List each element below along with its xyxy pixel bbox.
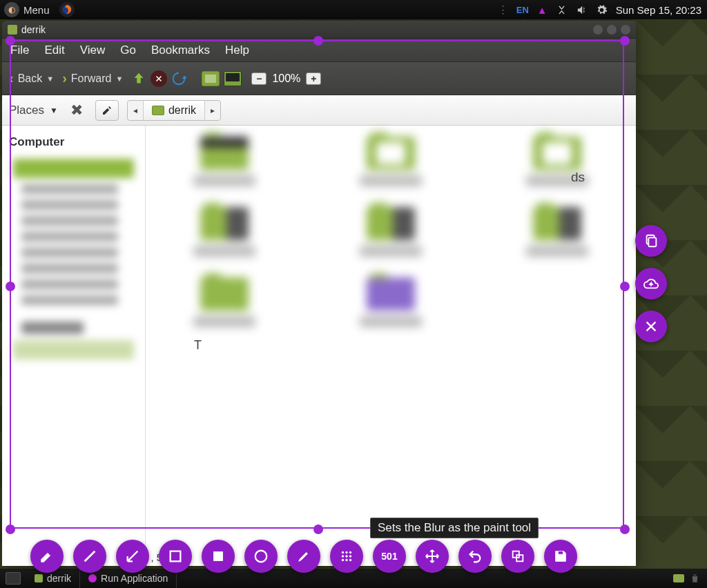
folder[interactable]	[494, 137, 619, 186]
home-button[interactable]	[202, 71, 220, 86]
sidebar-item[interactable]	[21, 232, 118, 242]
selection-copy-tool[interactable]	[501, 540, 534, 573]
trash-icon[interactable]	[690, 573, 700, 584]
sidebar-item[interactable]	[21, 184, 118, 194]
folder[interactable]	[162, 207, 287, 257]
sidebar-item[interactable]	[21, 248, 118, 257]
forward-dropdown-icon[interactable]: ▼	[116, 75, 124, 83]
system-tray: ⋮ EN ▲ Sun Sep 15, 20:23	[498, 3, 707, 16]
marker-tool[interactable]	[287, 540, 320, 573]
stop-icon[interactable]	[151, 70, 167, 87]
resize-handle-w[interactable]	[6, 282, 15, 291]
sidebar-item[interactable]	[21, 280, 118, 289]
top-panel: ◐ Menu ⋮ EN ▲ Sun Sep 15, 20:23	[0, 0, 707, 19]
places-dropdown-icon[interactable]: ▼	[50, 106, 58, 115]
folder[interactable]	[329, 277, 454, 327]
resize-handle-e[interactable]	[620, 282, 630, 291]
resize-handle-sw[interactable]	[6, 525, 15, 534]
minimize-button[interactable]	[593, 25, 603, 35]
menu-view[interactable]: View	[80, 43, 106, 57]
sidebar-heading-computer: Computer	[2, 131, 145, 153]
forward-button[interactable]: Forward	[71, 72, 112, 85]
copy-button[interactable]	[635, 225, 667, 257]
close-button[interactable]	[621, 25, 630, 35]
save-tool[interactable]	[544, 540, 577, 573]
counter-tool[interactable]: 501	[373, 540, 406, 573]
location-bar: Places ▼ ✖ ◂ derrik ▸	[2, 95, 636, 126]
menu-help[interactable]: Help	[225, 43, 249, 57]
cancel-button[interactable]	[635, 311, 667, 342]
computer-button[interactable]	[224, 71, 242, 86]
circle-tool[interactable]	[244, 540, 278, 573]
back-icon[interactable]: ‹	[9, 70, 14, 86]
zoom-in-button[interactable]: +	[306, 72, 321, 85]
blur-tool[interactable]	[330, 540, 363, 573]
sidebar-item[interactable]	[21, 200, 118, 210]
svg-rect-3	[171, 551, 181, 562]
zoom-level: 100%	[272, 72, 300, 85]
file-manager-window: derrik File Edit View Go Bookmarks Help …	[2, 21, 636, 566]
svg-point-9	[342, 556, 344, 558]
clock[interactable]: Sun Sep 15, 20:23	[616, 4, 701, 16]
maximize-button[interactable]	[607, 25, 617, 35]
back-button[interactable]: Back	[18, 72, 43, 85]
flameshot-tray-icon[interactable]: ▲	[537, 4, 548, 16]
close-panel-icon[interactable]: ✖	[70, 101, 83, 119]
svg-point-6	[342, 551, 344, 553]
tooltip: Sets the Blur as the paint tool	[370, 518, 539, 538]
menu-file[interactable]: File	[10, 43, 29, 57]
rect-fill-tool[interactable]	[202, 540, 235, 573]
lang-indicator[interactable]: EN	[516, 5, 529, 15]
edit-path-button[interactable]	[95, 100, 119, 121]
resize-handle-nw[interactable]	[6, 36, 15, 46]
tray-icon[interactable]	[673, 574, 684, 582]
svg-point-13	[346, 559, 348, 561]
rect-tool[interactable]	[159, 540, 192, 573]
resize-handle-s[interactable]	[313, 525, 323, 534]
sidebar-item[interactable]	[21, 295, 118, 305]
folder[interactable]	[162, 277, 287, 327]
folder[interactable]	[494, 207, 619, 257]
upload-button[interactable]	[635, 268, 667, 300]
resize-handle-ne[interactable]	[620, 36, 630, 46]
menu-go[interactable]: Go	[120, 43, 136, 57]
undo-tool[interactable]	[458, 540, 492, 573]
svg-point-14	[349, 559, 351, 561]
home-icon	[152, 106, 164, 115]
sidebar-item[interactable]	[21, 216, 118, 226]
distro-icon[interactable]: ◐	[4, 2, 19, 17]
forward-icon[interactable]: ›	[62, 70, 67, 86]
menu-edit[interactable]: Edit	[44, 43, 64, 57]
file-grid[interactable]: T ds	[146, 126, 636, 566]
menu-bookmarks[interactable]: Bookmarks	[151, 43, 210, 57]
settings-gear-icon[interactable]	[596, 4, 608, 16]
pencil-tool[interactable]	[30, 540, 64, 573]
folder[interactable]	[329, 137, 454, 186]
svg-point-8	[349, 551, 351, 553]
sidebar-item[interactable]	[13, 340, 134, 360]
resize-handle-n[interactable]	[313, 36, 323, 46]
volume-icon[interactable]	[576, 4, 588, 16]
bc-current[interactable]: derrik	[144, 101, 205, 120]
resize-handle-se[interactable]	[620, 525, 630, 534]
up-icon[interactable]	[131, 71, 146, 86]
zoom-out-button[interactable]: −	[251, 72, 267, 85]
folder[interactable]	[329, 207, 454, 257]
back-dropdown-icon[interactable]: ▼	[46, 75, 54, 83]
folder[interactable]	[162, 137, 287, 186]
sidebar-item[interactable]	[13, 159, 134, 178]
arrow-tool[interactable]	[116, 540, 149, 573]
line-tool[interactable]	[73, 540, 106, 573]
svg-point-12	[342, 559, 344, 561]
bc-next[interactable]: ▸	[205, 101, 220, 120]
reload-icon[interactable]	[171, 71, 186, 86]
action-column	[635, 225, 667, 342]
bc-prev[interactable]: ◂	[128, 101, 144, 120]
sidebar-item[interactable]	[21, 264, 118, 273]
panel-menu[interactable]: Menu	[23, 4, 50, 16]
show-desktop-button[interactable]	[6, 572, 21, 585]
firefox-icon[interactable]	[59, 2, 75, 17]
places-label[interactable]: Places	[9, 104, 44, 117]
network-icon[interactable]	[556, 4, 568, 16]
move-tool[interactable]	[416, 540, 449, 573]
